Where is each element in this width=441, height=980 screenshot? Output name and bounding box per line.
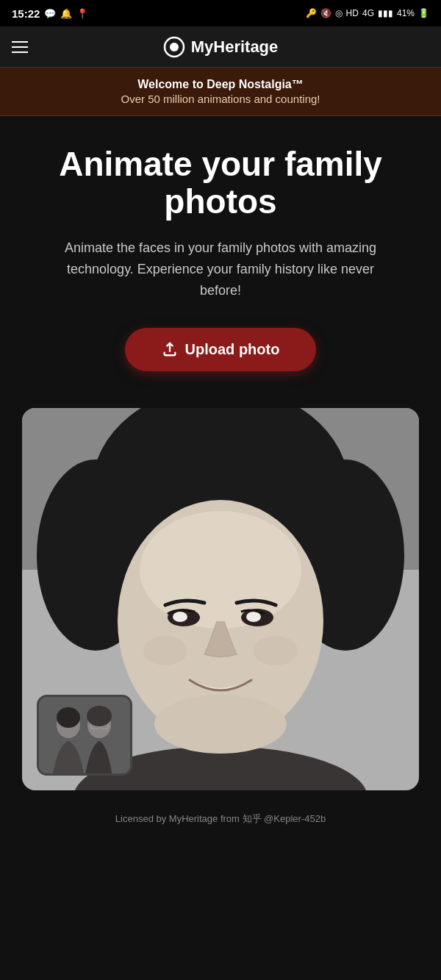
svg-rect-19 (39, 697, 132, 776)
svg-point-26 (87, 706, 112, 726)
hero-title: Animate your family photos (22, 146, 419, 220)
footer-text: Licensed by MyHeritage from 知乎 @Kepler-4… (115, 813, 326, 824)
banner-subtitle: Over 50 million animations and counting! (15, 93, 426, 105)
battery-icon: 🔋 (418, 8, 429, 18)
logo-icon (163, 36, 185, 58)
hero-description: Animate the faces in your family photos … (51, 237, 390, 301)
svg-point-1 (170, 43, 179, 51)
menu-line-3 (12, 51, 28, 53)
status-time: 15:22 (12, 7, 40, 20)
thumbnail-image (39, 697, 132, 776)
photo-section (0, 393, 441, 790)
main-photo-container (22, 408, 419, 790)
svg-point-8 (140, 511, 301, 629)
logo-text: MyHeritage (191, 37, 279, 57)
signal-icon: ▮▮▮ (378, 8, 393, 18)
message-icon: 💬 (44, 8, 56, 19)
key-icon: 🔑 (306, 8, 317, 18)
svg-point-21 (57, 707, 80, 728)
footer: Licensed by MyHeritage from 知乎 @Kepler-4… (0, 798, 441, 840)
nav-bar: MyHeritage (0, 26, 441, 68)
upload-photo-button[interactable]: Upload photo (125, 328, 317, 371)
status-bar: 15:22 💬 🔔 📍 🔑 🔇 ◎ HD 4G ▮▮▮ 41% 🔋 (0, 0, 441, 26)
mute-icon: 🔇 (320, 8, 331, 18)
hotspot-icon: ◎ (335, 8, 343, 18)
status-left: 15:22 💬 🔔 📍 (12, 7, 88, 20)
thumbnail-overlay (37, 695, 132, 776)
menu-line-1 (12, 41, 28, 43)
network-label: 4G (362, 8, 374, 18)
svg-point-12 (246, 612, 261, 622)
logo[interactable]: MyHeritage (163, 36, 279, 58)
upload-button-label: Upload photo (185, 341, 280, 358)
svg-point-17 (254, 636, 298, 665)
notification-icon: 🔔 (60, 8, 72, 19)
svg-point-15 (154, 695, 287, 754)
status-right: 🔑 🔇 ◎ HD 4G ▮▮▮ 41% 🔋 (306, 8, 429, 18)
svg-point-11 (173, 612, 187, 622)
battery-level: 41% (397, 8, 415, 18)
location-icon: 📍 (76, 8, 88, 19)
hd-label: HD (346, 8, 359, 18)
menu-button[interactable] (12, 41, 28, 53)
hero-section: Animate your family photos Animate the f… (0, 116, 441, 393)
banner-title: Welcome to Deep Nostalgia™ (15, 78, 426, 91)
upload-icon (162, 341, 178, 357)
menu-line-2 (12, 46, 28, 48)
svg-point-16 (143, 636, 187, 665)
banner: Welcome to Deep Nostalgia™ Over 50 milli… (0, 68, 441, 116)
